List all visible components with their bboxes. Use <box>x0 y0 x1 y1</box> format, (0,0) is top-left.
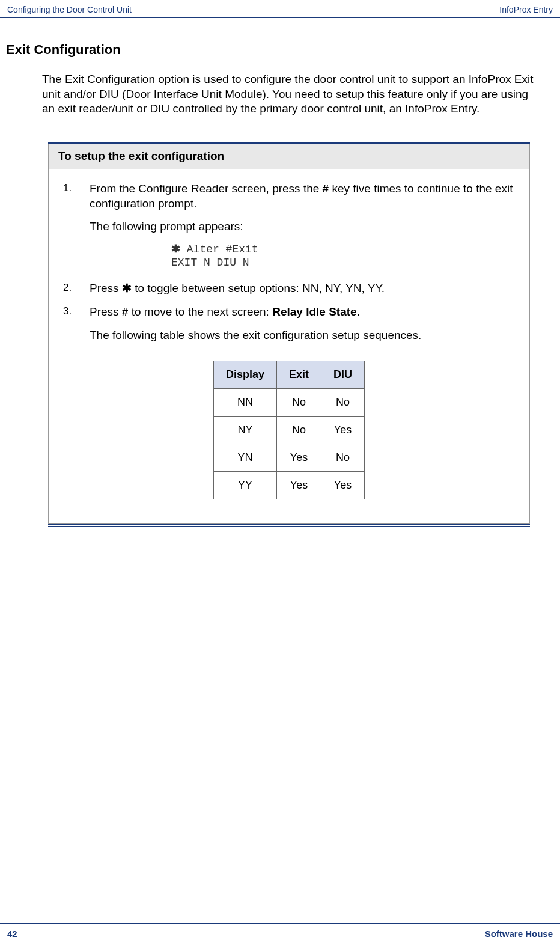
box-body: 1. From the Configure Reader screen, pre… <box>48 169 530 524</box>
table-header-row: Display Exit DIU <box>213 361 364 389</box>
content-area: Exit Configuration The Exit Configuratio… <box>0 18 560 527</box>
header-right: InfoProx Entry <box>499 5 553 14</box>
prompt-line-1: ✱ Alter #Exit <box>171 243 515 257</box>
step-number: 3. <box>63 305 90 320</box>
cell: No <box>321 444 365 472</box>
step-text: Press ✱ to toggle between setup options:… <box>90 281 515 296</box>
box-bottom-border <box>48 524 530 527</box>
col-header-diu: DIU <box>321 361 365 389</box>
cell: No <box>321 389 365 417</box>
step-3: 3. Press # to move to the next screen: R… <box>63 305 515 320</box>
cell: YY <box>213 472 276 499</box>
step-1: 1. From the Configure Reader screen, pre… <box>63 182 515 211</box>
text-fragment: to toggle between setup options: NN, NY,… <box>132 282 385 294</box>
intro-paragraph: The Exit Configuration option is used to… <box>42 72 542 117</box>
table-intro: The following table shows the exit confi… <box>90 328 515 343</box>
text-fragment: . <box>357 305 360 318</box>
cell: Yes <box>277 472 321 499</box>
table-row: YN Yes No <box>213 444 364 472</box>
table-row: YY Yes Yes <box>213 472 364 499</box>
cell: NY <box>213 417 276 444</box>
prompt-intro: The following prompt appears: <box>90 219 515 234</box>
page-title: Exit Configuration <box>6 42 542 58</box>
step-number: 2. <box>63 281 90 296</box>
text-fragment: Press <box>90 282 122 294</box>
step-number: 1. <box>63 182 90 211</box>
cell: YN <box>213 444 276 472</box>
cell: Yes <box>321 472 365 499</box>
page-footer: 42 Software House <box>0 923 560 941</box>
hash-key: # <box>323 182 329 195</box>
cell: Yes <box>321 417 365 444</box>
cell: NN <box>213 389 276 417</box>
step-text: Press # to move to the next screen: Rela… <box>90 305 515 320</box>
config-table: Display Exit DIU NN No No NY No Yes YN Y… <box>213 361 365 499</box>
box-title: To setup the exit configuration <box>48 144 530 169</box>
col-header-display: Display <box>213 361 276 389</box>
asterisk-icon: ✱ <box>171 243 180 255</box>
step-text: From the Configure Reader screen, press … <box>90 182 515 211</box>
bold-term: Relay Idle State <box>272 305 356 318</box>
cell: No <box>277 389 321 417</box>
cell: Yes <box>277 444 321 472</box>
page-header: Configuring the Door Control Unit InfoPr… <box>0 0 560 18</box>
text-fragment: From the Configure Reader screen, press … <box>90 182 323 195</box>
col-header-exit: Exit <box>277 361 321 389</box>
display-prompt: ✱ Alter #Exit EXIT N DIU N <box>171 243 515 269</box>
prompt-line-2: EXIT N DIU N <box>171 257 515 270</box>
prompt-text: Alter #Exit <box>180 243 258 255</box>
hash-key: # <box>122 305 129 318</box>
instruction-box: To setup the exit configuration 1. From … <box>48 141 530 527</box>
text-fragment: Press <box>90 305 122 318</box>
asterisk-icon: ✱ <box>122 282 132 294</box>
step-2: 2. Press ✱ to toggle between setup optio… <box>63 281 515 296</box>
footer-brand: Software House <box>485 929 553 939</box>
text-fragment: to move to the next screen: <box>128 305 272 318</box>
cell: No <box>277 417 321 444</box>
header-left: Configuring the Door Control Unit <box>7 5 132 14</box>
page-number: 42 <box>7 929 17 939</box>
table-row: NY No Yes <box>213 417 364 444</box>
table-row: NN No No <box>213 389 364 417</box>
